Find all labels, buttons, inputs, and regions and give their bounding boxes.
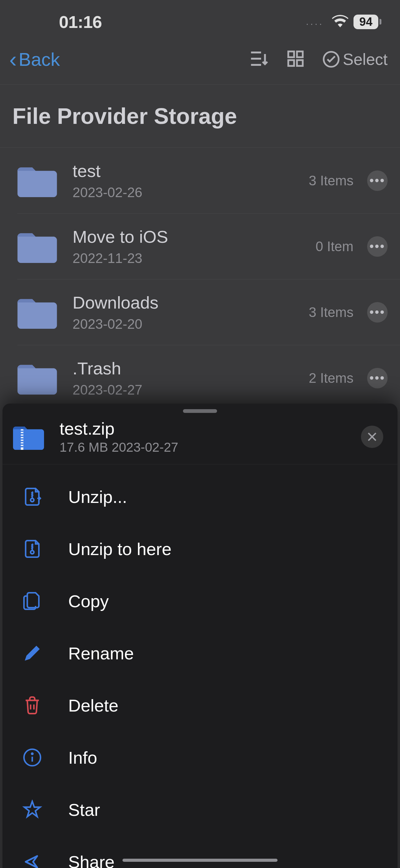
folder-icon [18, 164, 57, 197]
page-title: File Provider Storage [0, 85, 400, 148]
action-label: Unzip... [68, 487, 127, 507]
nav-bar: ‹ Back [0, 37, 400, 85]
action-label: Rename [68, 643, 134, 663]
file-date: 2022-11-23 [72, 251, 300, 266]
signal-dots-icon: .... [306, 17, 324, 27]
svg-rect-12 [21, 438, 23, 439]
action-label: Delete [68, 695, 119, 716]
info-icon [21, 746, 43, 769]
rename-action[interactable]: Rename [2, 627, 398, 679]
action-label: Copy [68, 591, 109, 611]
folder-icon [18, 230, 57, 263]
pencil-icon [21, 642, 43, 664]
more-button[interactable]: ••• [367, 236, 388, 257]
svg-rect-3 [288, 52, 294, 57]
item-count: 3 Items [309, 173, 354, 188]
unzip-icon [21, 486, 43, 508]
svg-point-18 [31, 498, 34, 502]
file-date: 2023-02-27 [72, 382, 293, 398]
copy-action[interactable]: Copy [2, 575, 398, 627]
home-indicator[interactable] [123, 859, 277, 862]
svg-rect-9 [21, 430, 23, 432]
copy-icon [21, 590, 43, 612]
item-count: 3 Items [309, 305, 354, 320]
chevron-left-icon: ‹ [9, 46, 17, 72]
file-name: Downloads [72, 292, 293, 313]
svg-rect-11 [21, 436, 23, 437]
trash-icon [21, 694, 43, 716]
action-label: Star [68, 800, 100, 820]
action-label: Unzip to here [68, 539, 171, 559]
sort-icon[interactable] [250, 50, 269, 69]
drag-handle[interactable] [183, 409, 217, 413]
action-sheet: test.zip 17.6 MB 2023-02-27 Unzip... [2, 404, 398, 868]
file-name: Move to iOS [72, 227, 300, 247]
svg-rect-13 [21, 441, 23, 442]
status-time: 01:16 [59, 12, 102, 32]
share-icon [21, 850, 43, 868]
file-name: test [72, 161, 293, 181]
star-icon [21, 799, 43, 821]
more-button[interactable]: ••• [367, 302, 388, 322]
list-item[interactable]: Move to iOS 2022-11-23 0 Item ••• [18, 214, 400, 279]
unzip-here-icon [21, 538, 43, 560]
file-date: 2023-02-20 [72, 316, 293, 332]
more-button[interactable]: ••• [367, 170, 388, 191]
item-count: 2 Items [309, 370, 354, 386]
list-item[interactable]: .Trash 2023-02-27 2 Items ••• [18, 345, 400, 411]
svg-rect-14 [21, 443, 23, 444]
select-button[interactable]: Select [322, 50, 388, 69]
share-action[interactable]: Share [2, 836, 398, 868]
item-count: 0 Item [316, 239, 354, 254]
list-item[interactable]: Downloads 2023-02-20 3 Items ••• [18, 279, 400, 345]
status-bar: 01:16 .... 94 [0, 0, 400, 37]
action-label: Info [68, 748, 97, 768]
unzip-action[interactable]: Unzip... [2, 471, 398, 523]
file-list: test 2023-02-26 3 Items ••• Move to iOS … [0, 148, 400, 411]
action-label: Share [68, 852, 114, 868]
folder-icon [18, 296, 57, 329]
select-label: Select [343, 50, 388, 69]
file-name: .Trash [72, 358, 293, 378]
close-button[interactable] [361, 426, 383, 448]
checkmark-circle-icon [322, 50, 340, 68]
back-label: Back [19, 49, 60, 70]
delete-action[interactable]: Delete [2, 679, 398, 732]
svg-point-19 [31, 550, 34, 554]
more-button[interactable]: ••• [367, 368, 388, 389]
svg-point-24 [32, 753, 33, 754]
sheet-file-name: test.zip [60, 418, 345, 439]
file-date: 2023-02-26 [72, 185, 293, 200]
info-action[interactable]: Info [2, 732, 398, 783]
back-button[interactable]: ‹ Back [9, 46, 60, 72]
grid-icon[interactable] [286, 50, 305, 69]
close-icon [367, 431, 378, 442]
star-action[interactable]: Star [2, 783, 398, 836]
folder-icon [18, 362, 57, 395]
svg-rect-4 [297, 52, 303, 57]
battery-level: 94 [354, 14, 378, 29]
sheet-file-meta: 17.6 MB 2023-02-27 [60, 440, 345, 455]
sheet-header: test.zip 17.6 MB 2023-02-27 [2, 415, 398, 464]
svg-rect-10 [21, 433, 23, 434]
svg-rect-15 [21, 446, 23, 447]
svg-rect-6 [297, 60, 303, 66]
wifi-icon [332, 15, 348, 29]
list-item[interactable]: test 2023-02-26 3 Items ••• [18, 148, 400, 214]
svg-rect-5 [288, 60, 294, 66]
zip-file-icon [13, 424, 44, 450]
unzip-here-action[interactable]: Unzip to here [2, 523, 398, 575]
